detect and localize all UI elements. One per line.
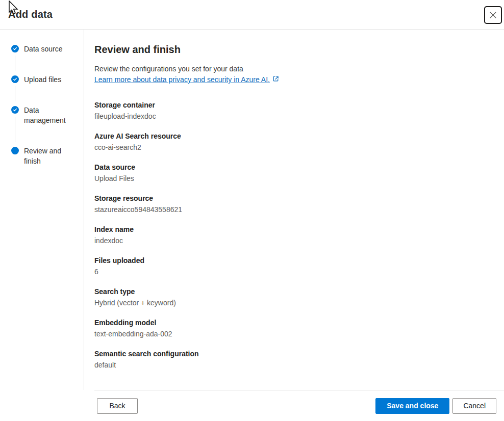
field-value: default	[94, 359, 489, 371]
check-icon	[13, 108, 17, 112]
wizard-step-upload-files[interactable]: Upload files	[11, 74, 78, 105]
wizard-step-review-and-finish[interactable]: Review and finish	[11, 146, 78, 166]
review-fields-list: Storage container fileupload-indexdoc Az…	[94, 99, 489, 371]
review-field: Embedding model text-embedding-ada-002	[94, 317, 489, 339]
field-value: indexdoc	[94, 235, 489, 246]
field-label: Search type	[94, 286, 489, 297]
dialog-title: Add data	[8, 9, 53, 20]
field-value: text-embedding-ada-002	[94, 328, 489, 339]
field-label: Azure AI Search resource	[94, 130, 489, 142]
check-icon	[13, 77, 17, 82]
wizard-step-data-management[interactable]: Data management	[11, 105, 78, 146]
review-field: Search type Hybrid (vector + keyword)	[94, 286, 489, 308]
wizard-step-data-source[interactable]: Data source	[11, 44, 78, 74]
dialog-body: Data source Upload files Data management…	[0, 30, 504, 390]
step-status-icon	[11, 45, 19, 52]
step-label: Data source	[24, 44, 78, 54]
step-status-icon	[11, 75, 19, 83]
field-label: Storage resource	[94, 193, 489, 204]
field-value: Hybrid (vector + keyword)	[94, 297, 489, 308]
field-value: cco-ai-search2	[94, 142, 489, 153]
review-field: Data source Upload Files	[94, 162, 489, 184]
review-panel: Review and finish Review the configurati…	[84, 30, 504, 390]
external-link-icon	[272, 74, 279, 85]
step-label: Upload files	[24, 74, 78, 85]
step-label: Data management	[24, 105, 78, 125]
close-button[interactable]	[484, 6, 502, 24]
page-title: Review and finish	[94, 42, 489, 57]
learn-more-link[interactable]: Learn more about data privacy and securi…	[94, 74, 279, 85]
learn-more-link-text: Learn more about data privacy and securi…	[94, 74, 270, 85]
cancel-button[interactable]: Cancel	[452, 398, 496, 414]
field-label: Semantic search configuration	[94, 348, 489, 359]
field-label: Embedding model	[94, 317, 489, 328]
wizard-steps-sidebar: Data source Upload files Data management…	[0, 30, 84, 390]
step-status-icon	[11, 106, 19, 114]
review-field: Storage container fileupload-indexdoc	[94, 99, 489, 122]
field-label: Index name	[94, 224, 489, 235]
footer-action-group: Save and close Cancel	[375, 398, 496, 414]
review-field: Storage resource stazureaicco59484355862…	[94, 193, 489, 215]
step-label: Review and finish	[24, 146, 78, 166]
field-label: Storage container	[94, 99, 489, 111]
close-icon	[490, 12, 496, 18]
dialog-header: Add data	[0, 0, 504, 30]
field-label: Files uploaded	[94, 255, 489, 266]
add-data-dialog: Add data Data source Upload files	[0, 0, 504, 421]
wizard-steps-list: Data source Upload files Data management…	[11, 44, 78, 166]
review-field: Index name indexdoc	[94, 224, 489, 246]
field-value: fileupload-indexdoc	[94, 111, 489, 122]
review-field: Semantic search configuration default	[94, 348, 489, 371]
review-field: Azure AI Search resource cco-ai-search2	[94, 130, 489, 153]
dialog-footer: Back Save and close Cancel	[94, 390, 504, 421]
back-button[interactable]: Back	[97, 398, 138, 414]
field-value: 6	[94, 266, 489, 277]
save-and-close-button[interactable]: Save and close	[375, 398, 449, 414]
field-value: Upload Files	[94, 173, 489, 184]
description-text: Review the configurations you set for yo…	[94, 64, 489, 74]
review-field: Files uploaded 6	[94, 255, 489, 277]
check-icon	[13, 46, 17, 51]
field-value: stazureaicco594843558621	[94, 204, 489, 215]
field-label: Data source	[94, 162, 489, 173]
step-status-icon	[11, 147, 19, 154]
